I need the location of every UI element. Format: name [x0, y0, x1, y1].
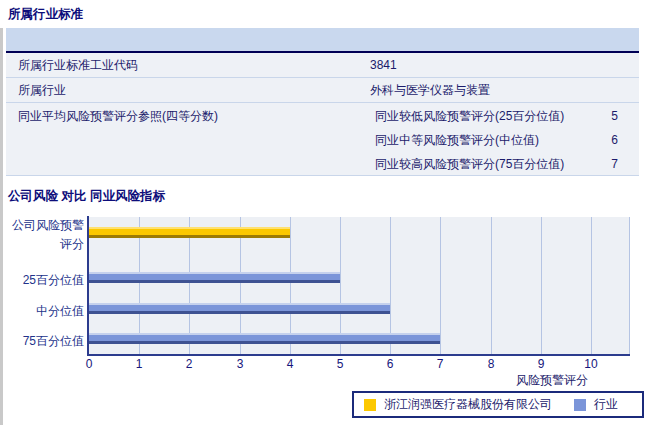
- gridline: [591, 217, 592, 355]
- subrow-value: 7: [611, 157, 618, 171]
- peer-score-subrows: 同业较低风险预警评分(25百分位值) 5 同业中等风险预警评分(中位值) 6 同…: [6, 104, 639, 176]
- chart-bar: [89, 227, 290, 238]
- industry-standard-table: 所属行业标准工业代码 3841 所属行业 外科与医学仪器与装置 同业平均风险预警…: [6, 28, 639, 176]
- row-label: 所属行业标准工业代码: [18, 57, 138, 74]
- x-tick-label: 2: [174, 357, 204, 371]
- x-axis-line: [87, 354, 630, 356]
- row-value: 外科与医学仪器与装置: [370, 82, 490, 99]
- category-label-line: 25百分位值: [0, 271, 84, 290]
- legend-label: 浙江润强医疗器械股份有限公司: [384, 396, 552, 413]
- subrow-label: 同业较高风险预警评分(75百分位值): [375, 156, 564, 173]
- legend-box: 浙江润强医疗器械股份有限公司行业: [352, 391, 644, 418]
- category-label-line: 评分: [0, 235, 84, 254]
- category-label: 25百分位值: [0, 271, 84, 290]
- subrow-25th-percentile: 同业较低风险预警评分(25百分位值) 5: [6, 104, 639, 128]
- x-tick-label: 3: [225, 357, 255, 371]
- legend-swatch: [574, 399, 586, 411]
- category-label: 75百分位值: [0, 332, 84, 351]
- x-tick-label: 0: [74, 357, 104, 371]
- subrow-75th-percentile: 同业较高风险预警评分(75百分位值) 7: [6, 152, 639, 176]
- x-tick-label: 1: [124, 357, 154, 371]
- x-tick-label: 9: [526, 357, 556, 371]
- subrow-label: 同业中等风险预警评分(中位值): [375, 132, 539, 149]
- row-label: 所属行业: [18, 82, 66, 99]
- legend-label: 行业: [594, 396, 618, 413]
- subrow-value: 5: [611, 109, 618, 123]
- legend-item: 行业: [574, 396, 618, 413]
- legend-swatch: [364, 399, 376, 411]
- table-header-band: [6, 28, 639, 53]
- chart-bar: [89, 272, 340, 283]
- chart-bar: [89, 303, 390, 314]
- x-tick-label: 6: [375, 357, 405, 371]
- table-row-industry-code: 所属行业标准工业代码 3841: [6, 53, 639, 78]
- category-label-line: 公司风险预警: [0, 216, 84, 235]
- category-label-line: 中分位值: [0, 302, 84, 321]
- category-label: 公司风险预警评分: [0, 216, 84, 254]
- subrow-value: 6: [611, 133, 618, 147]
- legend-item: 浙江润强医疗器械股份有限公司: [364, 396, 552, 413]
- section-title-risk-comparison: 公司风险 对比 同业风险指标: [8, 188, 165, 205]
- x-tick-label: 5: [325, 357, 355, 371]
- x-tick-label: 8: [476, 357, 506, 371]
- x-axis-label: 风险预警评分: [300, 372, 588, 389]
- gridline: [541, 217, 542, 355]
- chart-bar: [89, 333, 440, 344]
- table-row-peer-reference: 同业平均风险预警评分参照(四等分数) 同业较低风险预警评分(25百分位值) 5 …: [6, 103, 639, 176]
- category-label: 中分位值: [0, 302, 84, 321]
- section-title-industry-standard: 所属行业标准: [8, 6, 83, 23]
- x-tick-label: 7: [425, 357, 455, 371]
- x-tick-label: 10: [576, 357, 606, 371]
- table-row-industry: 所属行业 外科与医学仪器与装置: [6, 78, 639, 103]
- chart-plot-area: [89, 217, 630, 355]
- category-label-line: 75百分位值: [0, 332, 84, 351]
- row-value: 3841: [370, 58, 397, 72]
- x-tick-label: 4: [275, 357, 305, 371]
- subrow-median: 同业中等风险预警评分(中位值) 6: [6, 128, 639, 152]
- gridline: [491, 217, 492, 355]
- y-axis-line: [87, 216, 89, 356]
- subrow-label: 同业较低风险预警评分(25百分位值): [375, 108, 564, 125]
- gridline: [440, 217, 441, 355]
